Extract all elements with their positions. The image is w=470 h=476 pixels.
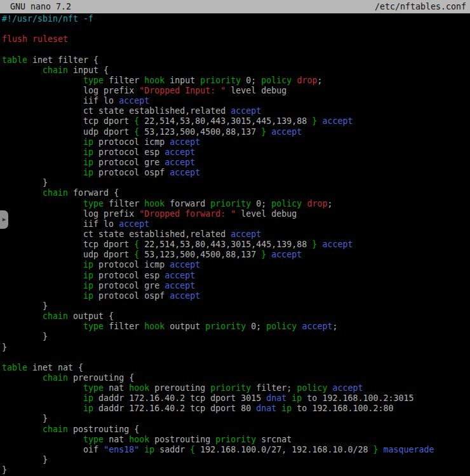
code-line: log prefix "Dropped Input: " level debug <box>2 86 470 96</box>
code-token: accept <box>332 383 363 393</box>
editor-content[interactable]: #!/usr/sbin/nft -f flush ruleset table i… <box>2 14 470 475</box>
code-token <box>2 199 83 208</box>
code-token: ip <box>83 291 93 301</box>
code-token: } <box>2 178 48 187</box>
code-line: type filter hook input priority 0; polic… <box>2 76 470 86</box>
code-token: drop <box>307 199 327 208</box>
code-token: oif <box>83 445 104 454</box>
code-token: ip <box>83 147 93 157</box>
code-token: prerouting <box>149 383 210 393</box>
chevron-right-icon: ▶ <box>3 217 6 222</box>
code-token: accept <box>170 260 200 269</box>
code-token: ip <box>144 445 154 454</box>
code-token: 0; <box>241 76 261 85</box>
code-token: "ens18" <box>104 445 139 454</box>
code-line: chain output { <box>2 311 470 322</box>
code-token <box>2 127 83 137</box>
code-line: chain input { <box>2 65 470 76</box>
code-token: accept <box>119 219 149 229</box>
code-line: ip protocol icmp accept <box>2 137 470 147</box>
code-token: ip <box>292 393 302 403</box>
code-token: log prefix <box>83 209 139 219</box>
code-token <box>2 158 83 167</box>
code-token: protocol esp <box>93 271 164 280</box>
code-token: accept <box>164 147 195 157</box>
code-token <box>2 445 83 454</box>
code-line: oif "ens18" ip saddr { 192.168.100.0/27,… <box>2 445 470 455</box>
code-token <box>2 311 43 321</box>
code-token: accept <box>302 322 332 331</box>
code-line: ip protocol gre accept <box>2 158 470 168</box>
code-line: chain prerouting { <box>2 373 470 383</box>
code-token <box>2 219 83 229</box>
code-line: } <box>2 178 470 188</box>
code-token: ip <box>83 168 93 177</box>
code-token: masquerade <box>384 445 434 454</box>
code-token: input <box>164 76 200 85</box>
code-token: priority <box>205 322 246 331</box>
code-line: ip protocol ospf accept <box>2 291 470 301</box>
code-token: flush ruleset <box>2 34 68 44</box>
code-line: type nat hook postrouting priority srcna… <box>2 435 470 445</box>
code-token: accept <box>170 291 200 301</box>
code-token: priority <box>200 76 241 85</box>
code-token: hook <box>144 199 164 208</box>
code-token: level debug <box>225 86 286 95</box>
code-token <box>2 250 83 259</box>
code-token: hook <box>144 322 164 331</box>
code-token: ct state established,related <box>83 106 231 116</box>
code-line: ip protocol icmp accept <box>2 260 470 270</box>
code-line: iif lo accept <box>2 96 470 106</box>
code-token <box>2 322 83 331</box>
code-token: level debug <box>236 209 297 219</box>
code-token: chain <box>43 311 68 321</box>
code-token <box>2 281 83 290</box>
code-token: protocol icmp <box>93 137 170 147</box>
code-token: table <box>2 55 27 65</box>
code-token: inet nat { <box>27 363 83 372</box>
code-token <box>2 86 83 95</box>
code-line: table inet nat { <box>2 363 470 373</box>
code-token: prerouting { <box>68 373 134 383</box>
code-line: ct state established,related accept <box>2 229 470 240</box>
code-line: ct state established,related accept <box>2 106 470 116</box>
code-token: type <box>83 322 104 331</box>
code-token <box>2 393 83 403</box>
code-token: srcnat <box>256 435 292 444</box>
code-line: udp dport { 53,123,500,4500,88,137 } acc… <box>2 250 470 260</box>
code-token: chain <box>43 373 68 383</box>
code-token: { <box>134 116 139 126</box>
code-token: policy <box>266 322 297 331</box>
code-line: type filter hook output priority 0; poli… <box>2 322 470 332</box>
file-path: /etc/nftables.conf <box>375 0 466 13</box>
code-token <box>2 435 83 444</box>
code-line: chain postrouting { <box>2 425 470 435</box>
code-line: tcp dport { 22,514,53,80,443,3015,445,13… <box>2 116 470 126</box>
code-line: type filter hook forward priority 0; pol… <box>2 199 470 209</box>
code-token: nat <box>104 435 129 444</box>
code-line: } <box>2 332 470 342</box>
code-token: priority <box>215 435 256 444</box>
code-token: iif lo <box>83 96 119 105</box>
code-token: filter <box>104 322 144 331</box>
side-panel-handle[interactable]: ▶ <box>0 210 8 229</box>
code-token: { <box>134 250 139 259</box>
code-line <box>2 24 470 34</box>
code-token: type <box>83 199 104 208</box>
code-token: tcp dport <box>83 240 134 249</box>
code-token <box>2 65 43 75</box>
code-token: udp dport <box>83 250 134 259</box>
code-token: ; <box>327 199 332 208</box>
code-token: chain <box>43 65 68 75</box>
code-token: 22,514,53,80,443,3015,445,139,88 <box>139 240 312 249</box>
code-token <box>2 404 83 413</box>
code-token: accept <box>170 168 200 177</box>
code-token: accept <box>322 240 352 249</box>
code-line: tcp dport { 22,514,53,80,443,3015,445,13… <box>2 240 470 250</box>
code-token: #!/usr/sbin/nft -f <box>2 14 93 24</box>
code-line: } <box>2 414 470 424</box>
code-line: flush ruleset <box>2 34 470 44</box>
code-token: filter <box>104 199 144 208</box>
code-token <box>2 76 83 85</box>
code-token: 0; <box>246 322 266 331</box>
